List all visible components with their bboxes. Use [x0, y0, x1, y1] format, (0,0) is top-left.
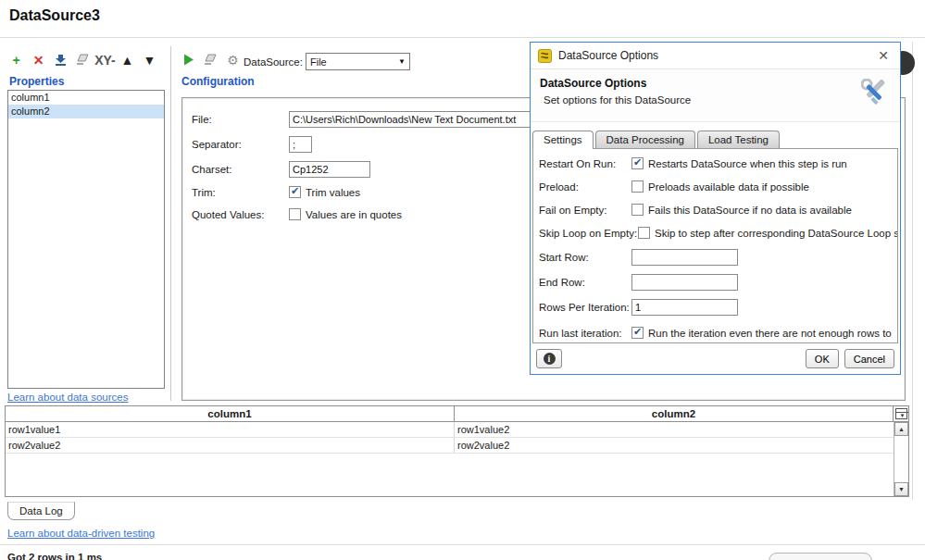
- separator-input[interactable]: [289, 136, 312, 153]
- column-header[interactable]: column1: [6, 406, 455, 421]
- separator-label: Separator:: [192, 139, 289, 150]
- learn-data-driven-testing-link[interactable]: Learn about data-driven testing: [7, 528, 155, 539]
- datasource-selected-value: File: [310, 56, 398, 68]
- dialog-tabs: Settings Data Processing Load Testing: [531, 122, 900, 148]
- scroll-up-icon[interactable]: ▲: [894, 422, 908, 436]
- close-icon[interactable]: ✕: [874, 48, 893, 63]
- list-item[interactable]: column1: [8, 91, 164, 105]
- scrollbar-track[interactable]: [894, 436, 908, 482]
- charset-input[interactable]: [289, 161, 370, 178]
- fail-on-empty-checkbox[interactable]: [631, 204, 644, 216]
- start-row-label: Start Row:: [539, 252, 631, 263]
- table-cell: row2value2: [6, 438, 455, 453]
- table-header-row: column1 column2: [6, 406, 908, 422]
- table-options-button[interactable]: [894, 406, 908, 421]
- tab-data-log[interactable]: Data Log: [7, 502, 75, 520]
- quoted-values-label: Quoted Values:: [192, 209, 289, 220]
- rows-per-iteration-input[interactable]: [631, 299, 738, 316]
- info-button[interactable]: i: [536, 349, 562, 368]
- trim-checkbox-text: Trim values: [306, 187, 360, 198]
- options-button[interactable]: ⚙: [226, 53, 240, 67]
- skip-loop-on-empty-checkbox[interactable]: [638, 227, 650, 239]
- file-label: File:: [192, 114, 289, 125]
- quoted-values-checkbox[interactable]: [289, 208, 301, 220]
- soapui-logo-icon: [538, 49, 552, 63]
- datasource-select[interactable]: File ▼: [306, 53, 410, 70]
- move-down-button[interactable]: ▼: [143, 53, 156, 67]
- tab-load-testing[interactable]: Load Testing: [697, 131, 780, 148]
- table-body: row1value1 row1value2 row2value2 row2val…: [6, 422, 894, 496]
- trim-checkbox[interactable]: [289, 186, 301, 198]
- status-text: Got 2 rows in 1 ms: [7, 552, 102, 560]
- partial-button[interactable]: [769, 553, 872, 560]
- scroll-down-icon[interactable]: ▼: [894, 482, 908, 496]
- run-last-iteration-text: Run the iteration even there are not eno…: [648, 328, 892, 339]
- window-edge: [912, 42, 913, 500]
- divider: [0, 37, 925, 38]
- app-window: DataSource3 + ✕ XY- ▲ ▼ Properties colum…: [0, 0, 925, 560]
- fail-on-empty-text: Fails this DataSource if no data is avai…: [648, 205, 852, 216]
- preload-checkbox[interactable]: [631, 180, 644, 193]
- arrow-down-to-line-icon: [55, 54, 67, 66]
- clear-button[interactable]: [204, 53, 218, 67]
- import-properties-button[interactable]: [54, 53, 68, 67]
- table-options-icon: [895, 408, 907, 419]
- rows-per-iteration-label: Rows Per Iteration:: [539, 302, 631, 313]
- delete-property-button[interactable]: ✕: [31, 53, 45, 67]
- configuration-header: Configuration: [181, 75, 255, 88]
- dialog-footer: i OK Cancel: [531, 343, 900, 374]
- column-header[interactable]: column2: [455, 406, 894, 421]
- cancel-button[interactable]: Cancel: [844, 349, 894, 368]
- trim-label: Trim:: [192, 187, 289, 198]
- eraser-icon: [204, 54, 218, 66]
- eraser-icon: [76, 54, 90, 66]
- table-cell: row2value2: [455, 438, 894, 453]
- end-row-input[interactable]: [631, 274, 738, 291]
- panel-divider: [170, 46, 171, 401]
- info-icon: i: [544, 353, 556, 365]
- dialog-titlebar[interactable]: DataSource Options ✕: [531, 43, 900, 68]
- preload-label: Preload:: [539, 181, 631, 193]
- vertical-scrollbar[interactable]: ▲ ▼: [894, 422, 908, 496]
- add-property-button[interactable]: +: [9, 53, 23, 67]
- quoted-values-checkbox-text: Values are in quotes: [306, 209, 402, 220]
- tab-data-processing[interactable]: Data Processing: [595, 131, 695, 148]
- start-row-input[interactable]: [631, 249, 738, 266]
- learn-data-sources-link[interactable]: Learn about data sources: [7, 392, 128, 403]
- table-row[interactable]: row1value1 row1value2: [6, 422, 894, 438]
- move-up-button[interactable]: ▲: [120, 53, 134, 67]
- table-cell: row1value2: [455, 422, 894, 437]
- dialog-title: DataSource Options: [558, 49, 874, 62]
- dialog-header-subtitle: Set options for this DataSource: [544, 94, 900, 106]
- list-item-selected[interactable]: column2: [8, 105, 164, 118]
- run-button[interactable]: [181, 53, 195, 67]
- restart-on-run-text: Restarts DataSource when this step is ru…: [648, 158, 847, 169]
- run-last-iteration-checkbox[interactable]: [631, 327, 644, 339]
- end-row-label: End Row:: [539, 277, 631, 288]
- datasource-toolbar: ⚙: [181, 53, 240, 67]
- datasource-options-dialog: DataSource Options ✕ DataSource Options …: [530, 42, 901, 375]
- restart-on-run-checkbox[interactable]: [631, 157, 644, 169]
- rename-properties-button[interactable]: XY-: [98, 53, 112, 67]
- dialog-header-title: DataSource Options: [540, 77, 900, 90]
- tab-settings[interactable]: Settings: [532, 131, 594, 149]
- table-row[interactable]: row2value2 row2value2: [6, 438, 894, 454]
- preload-text: Preloads available data if possible: [648, 181, 809, 193]
- properties-list[interactable]: column1 column2: [7, 90, 165, 389]
- data-log-table: column1 column2 row1value1 row1value2 ro…: [5, 405, 909, 497]
- chevron-down-icon: ▼: [398, 57, 406, 66]
- properties-toolbar: + ✕ XY- ▲ ▼: [9, 53, 156, 67]
- tools-icon: [861, 79, 889, 106]
- ok-button[interactable]: OK: [806, 349, 839, 368]
- restart-on-run-label: Restart On Run:: [539, 158, 631, 169]
- properties-header: Properties: [9, 75, 64, 88]
- skip-loop-on-empty-text: Skip to step after corresponding DataSou…: [655, 228, 898, 239]
- page-title: DataSource3: [9, 7, 100, 24]
- dialog-settings-panel: Restart On Run: Restarts DataSource when…: [532, 148, 898, 343]
- clear-properties-button[interactable]: [76, 53, 90, 67]
- fail-on-empty-label: Fail on Empty:: [539, 205, 631, 216]
- dialog-header: DataSource Options Set options for this …: [531, 68, 900, 122]
- run-last-iteration-label: Run last iteration:: [539, 328, 631, 339]
- charset-label: Charset:: [192, 164, 289, 175]
- table-cell: row1value1: [6, 422, 455, 437]
